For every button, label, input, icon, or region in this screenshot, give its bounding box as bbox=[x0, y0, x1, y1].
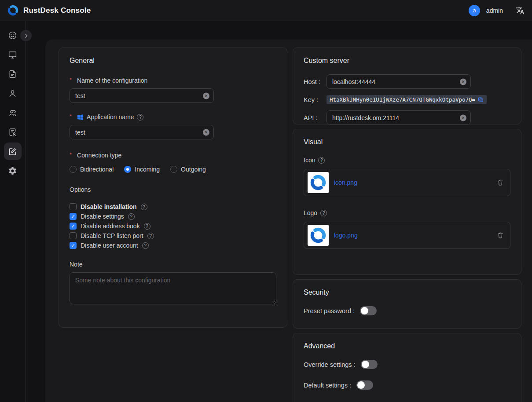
user-icon bbox=[8, 89, 17, 98]
advanced-title: Advanced bbox=[304, 342, 510, 350]
user-avatar[interactable]: a bbox=[469, 5, 480, 16]
application-name-label: Application name ? bbox=[70, 113, 276, 121]
logo-label: Logo ? bbox=[304, 209, 510, 216]
clear-application-name-icon[interactable]: ✕ bbox=[203, 129, 209, 135]
radio-dot bbox=[70, 166, 77, 173]
disable-tcp-listen-port-help-icon[interactable]: ? bbox=[147, 233, 154, 239]
icon-file-link[interactable]: icon.png bbox=[334, 179, 357, 186]
sidebar-item-users[interactable] bbox=[4, 84, 22, 102]
sidebar-item-devices[interactable] bbox=[4, 46, 22, 63]
host-label: Host : bbox=[304, 78, 327, 85]
host-input[interactable] bbox=[327, 74, 471, 89]
default-settings-label: Default settings : bbox=[304, 382, 351, 389]
edit-icon bbox=[8, 147, 17, 156]
application-name-help-icon[interactable]: ? bbox=[137, 114, 143, 121]
windows-icon bbox=[77, 114, 84, 121]
override-settings-toggle[interactable] bbox=[361, 360, 378, 369]
app-header: RustDesk Console a admin bbox=[0, 0, 532, 21]
config-name-input[interactable] bbox=[70, 88, 214, 103]
custom-server-card: Custom server Host : ✕ Key : HtaXBkJNHyn… bbox=[293, 48, 521, 124]
visual-title: Visual bbox=[304, 138, 510, 146]
default-settings-toggle[interactable] bbox=[356, 380, 373, 390]
security-title: Security bbox=[304, 289, 510, 296]
rustdesk-logo-icon bbox=[309, 174, 327, 191]
checkbox-box bbox=[70, 232, 77, 239]
preset-password-label: Preset password : bbox=[304, 307, 355, 314]
checkbox-box bbox=[70, 242, 77, 249]
icon-thumbnail bbox=[308, 172, 329, 193]
radio-dot bbox=[170, 166, 177, 173]
disable-user-account-help-icon[interactable]: ? bbox=[142, 242, 149, 249]
key-value-badge: HtaXBkJNHyn0e1U1jWXze7A7CN7QTGWqxkOtpaVp… bbox=[327, 95, 487, 104]
checkbox-disable-tcp-listen-port[interactable]: Disable TCP listen port ? bbox=[70, 231, 276, 241]
logo-thumbnail bbox=[308, 225, 329, 246]
language-switcher[interactable] bbox=[515, 6, 525, 15]
note-textarea[interactable] bbox=[70, 272, 276, 304]
disable-address-book-help-icon[interactable]: ? bbox=[144, 223, 150, 230]
key-label: Key : bbox=[304, 96, 327, 103]
icon-label: Icon ? bbox=[304, 157, 510, 164]
sidebar-item-dashboard[interactable] bbox=[4, 26, 22, 44]
disable-settings-help-icon[interactable]: ? bbox=[128, 213, 135, 220]
connection-type-label: Connection type bbox=[70, 152, 276, 159]
radio-incoming[interactable]: Incoming bbox=[124, 166, 160, 173]
icon-file-row: icon.png bbox=[304, 169, 510, 196]
disable-installation-help-icon[interactable]: ? bbox=[141, 204, 147, 210]
general-title: General bbox=[70, 57, 276, 65]
delete-icon-file-icon[interactable] bbox=[497, 179, 504, 186]
visual-card: Visual Icon ? icon.png Logo ? logo.png bbox=[293, 129, 521, 275]
sidebar-item-groups[interactable] bbox=[4, 104, 22, 121]
application-name-input[interactable] bbox=[70, 125, 214, 139]
sidebar bbox=[0, 21, 26, 402]
config-name-label: Name of the configuration bbox=[70, 77, 276, 84]
clear-api-icon[interactable]: ✕ bbox=[460, 114, 466, 121]
checkbox-disable-address-book[interactable]: Disable address book ? bbox=[70, 221, 276, 231]
api-label: API : bbox=[304, 114, 327, 121]
preset-password-toggle[interactable] bbox=[360, 306, 377, 315]
icon-help-icon[interactable]: ? bbox=[318, 157, 325, 164]
brand: RustDesk Console bbox=[7, 4, 91, 16]
gear-icon bbox=[8, 166, 17, 175]
delete-logo-file-icon[interactable] bbox=[497, 232, 504, 239]
rustdesk-logo-icon bbox=[309, 227, 327, 244]
copy-key-icon[interactable] bbox=[478, 97, 484, 102]
api-input[interactable] bbox=[327, 110, 471, 125]
sidebar-item-logs[interactable] bbox=[4, 65, 22, 83]
options-label: Options bbox=[70, 186, 276, 193]
clear-host-icon[interactable]: ✕ bbox=[460, 78, 466, 85]
document-user-icon bbox=[8, 128, 17, 137]
note-label: Note bbox=[70, 261, 276, 268]
monitor-icon bbox=[8, 50, 17, 59]
checkbox-box bbox=[70, 213, 77, 220]
custom-server-title: Custom server bbox=[304, 57, 510, 65]
checkbox-disable-user-account[interactable]: Disable user account ? bbox=[70, 241, 276, 250]
chevron-right-icon bbox=[23, 33, 29, 39]
logo-file-row: logo.png bbox=[304, 222, 510, 249]
radio-dot bbox=[124, 166, 131, 173]
security-card: Security Preset password : bbox=[293, 279, 521, 329]
checkbox-box bbox=[70, 223, 77, 230]
main-content: General Name of the configuration ✕ Appl… bbox=[45, 40, 532, 402]
users-group-icon bbox=[8, 108, 17, 117]
connection-type-group: Bidirectional Incoming Outgoing bbox=[70, 166, 276, 173]
document-icon bbox=[8, 69, 17, 79]
username[interactable]: admin bbox=[486, 7, 503, 14]
sidebar-item-settings[interactable] bbox=[4, 162, 22, 179]
radio-bidirectional[interactable]: Bidirectional bbox=[70, 166, 114, 173]
rustdesk-logo-icon bbox=[7, 4, 19, 16]
clear-config-name-icon[interactable]: ✕ bbox=[203, 92, 209, 99]
general-card: General Name of the configuration ✕ Appl… bbox=[59, 48, 287, 328]
smiley-icon bbox=[8, 31, 17, 40]
advanced-card: Advanced Override settings : Default set… bbox=[293, 333, 521, 402]
sidebar-item-audit[interactable] bbox=[4, 123, 22, 141]
logo-file-link[interactable]: logo.png bbox=[334, 232, 358, 239]
sidebar-collapse-button[interactable] bbox=[20, 30, 32, 41]
checkbox-disable-settings[interactable]: Disable settings ? bbox=[70, 212, 276, 221]
app-title: RustDesk Console bbox=[23, 6, 91, 15]
key-value: HtaXBkJNHyn0e1U1jWXze7A7CN7QTGWqxkOtpaVp… bbox=[330, 96, 475, 103]
logo-help-icon[interactable]: ? bbox=[320, 210, 327, 216]
checkbox-disable-installation[interactable]: Disable installation ? bbox=[70, 202, 276, 212]
translate-icon bbox=[516, 6, 525, 15]
radio-outgoing[interactable]: Outgoing bbox=[170, 166, 206, 173]
sidebar-item-configurations[interactable] bbox=[4, 143, 22, 160]
